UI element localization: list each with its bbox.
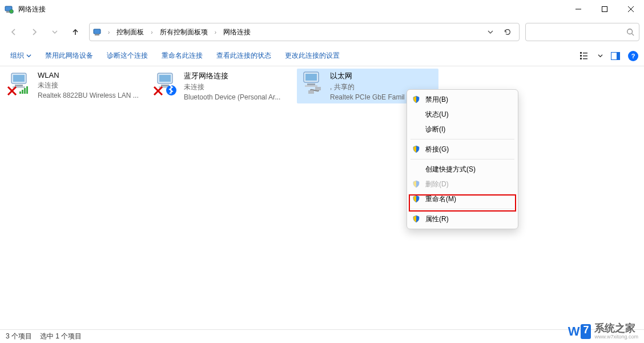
window-title: 网络连接 — [18, 5, 46, 14]
nav-history-dropdown[interactable] — [46, 23, 64, 41]
context-menu: 禁用(B) 状态(U) 诊断(I) 桥接(G) 创建快捷方式(S) 删除(D) … — [406, 89, 518, 229]
svg-rect-41 — [315, 87, 321, 90]
svg-rect-38 — [307, 83, 315, 85]
ctx-label: 创建快捷方式(S) — [425, 165, 476, 174]
nav-back-button[interactable] — [5, 23, 23, 41]
disable-device-button[interactable]: 禁用此网络设备 — [41, 47, 98, 64]
chevron-down-icon — [26, 53, 31, 58]
change-settings-button[interactable]: 更改此连接的设置 — [280, 47, 344, 64]
nav-forward-button[interactable] — [25, 23, 43, 41]
watermark-url: www.w7xitong.com — [594, 334, 638, 340]
chevron-right-icon: › — [212, 29, 219, 35]
ctx-label: 禁用(B) — [425, 95, 448, 105]
svg-rect-12 — [580, 55, 582, 57]
ctx-create-shortcut[interactable]: 创建快捷方式(S) — [407, 162, 518, 177]
ctx-diagnose[interactable]: 诊断(I) — [407, 122, 518, 137]
adapter-status: 未连接 — [38, 81, 139, 90]
watermark-7: 7 — [581, 324, 591, 339]
bluetooth-adapter-icon — [153, 71, 180, 97]
svg-rect-4 — [602, 7, 607, 12]
svg-point-2 — [10, 10, 14, 14]
organize-button[interactable]: 组织 — [6, 47, 36, 64]
svg-rect-14 — [583, 53, 587, 54]
menu-separator — [410, 159, 514, 159]
status-item-count: 3 个项目 — [6, 332, 32, 341]
adapter-bluetooth[interactable]: 蓝牙网络连接 未连接 Bluetooth Device (Personal Ar… — [151, 69, 292, 103]
svg-rect-21 — [15, 85, 23, 86]
ethernet-adapter-icon — [299, 71, 327, 97]
ctx-label: 属性(R) — [425, 214, 449, 224]
shield-icon — [412, 180, 421, 189]
svg-rect-18 — [617, 53, 620, 59]
help-button[interactable]: ? — [628, 51, 638, 61]
preview-pane-button[interactable] — [609, 49, 622, 63]
ctx-label: 重命名(M) — [425, 194, 456, 204]
shield-icon — [412, 145, 421, 154]
ctx-status[interactable]: 状态(U) — [407, 107, 518, 122]
shield-icon — [412, 95, 421, 104]
ctx-disable[interactable]: 禁用(B) — [407, 92, 518, 107]
view-status-button[interactable]: 查看此连接的状态 — [212, 47, 276, 64]
ctx-label: 状态(U) — [425, 110, 449, 119]
breadcrumb-all-items[interactable]: 所有控制面板项 — [159, 25, 209, 39]
close-button[interactable] — [618, 0, 644, 18]
watermark-w: W — [568, 324, 580, 339]
watermark: W 7 系统之家 www.w7xitong.com — [568, 323, 638, 340]
chevron-right-icon: › — [148, 29, 155, 35]
minimize-button[interactable] — [565, 0, 591, 18]
svg-rect-7 — [94, 29, 100, 34]
svg-rect-37 — [305, 74, 317, 81]
menu-separator — [410, 139, 514, 139]
ctx-label: 删除(D) — [425, 180, 449, 189]
rename-connection-button[interactable]: 重命名此连接 — [157, 47, 207, 64]
search-input[interactable] — [525, 23, 639, 41]
svg-rect-23 — [19, 91, 21, 94]
svg-line-10 — [632, 34, 634, 36]
breadcrumb-network-connections[interactable]: 网络连接 — [222, 25, 252, 39]
adapter-device: Bluetooth Device (Personal Ar... — [184, 93, 280, 101]
ctx-label: 诊断(I) — [425, 125, 445, 134]
ctx-properties[interactable]: 属性(R) — [407, 212, 518, 226]
shield-icon — [412, 214, 421, 224]
adapter-status: 未连接 — [184, 82, 280, 92]
address-bar[interactable]: › 控制面板 › 所有控制面板项 › 网络连接 — [89, 23, 520, 41]
svg-rect-20 — [13, 75, 25, 82]
svg-point-9 — [627, 29, 633, 34]
svg-rect-39 — [305, 85, 317, 87]
status-selected-count: 选中 1 个项目 — [40, 332, 82, 341]
svg-rect-25 — [24, 88, 26, 94]
view-options-button[interactable] — [578, 49, 592, 63]
chevron-right-icon: › — [106, 29, 112, 35]
organize-label: 组织 — [10, 51, 24, 61]
svg-rect-26 — [26, 86, 28, 94]
diagnose-connection-button[interactable]: 诊断这个连接 — [102, 47, 152, 64]
shield-icon — [412, 194, 421, 204]
svg-rect-16 — [583, 58, 587, 59]
wlan-adapter-icon — [7, 71, 34, 97]
address-dropdown-button[interactable] — [482, 24, 498, 40]
ctx-bridge[interactable]: 桥接(G) — [407, 142, 518, 157]
control-panel-icon — [93, 27, 102, 37]
svg-rect-30 — [159, 75, 171, 82]
adapter-wlan[interactable]: WLAN 未连接 Realtek 8822BU Wireless LAN ... — [5, 69, 146, 103]
window-app-icon — [5, 5, 14, 14]
nav-up-button[interactable] — [66, 23, 84, 41]
breadcrumb-control-panel[interactable]: 控制面板 — [115, 25, 145, 39]
svg-rect-13 — [580, 58, 582, 59]
svg-rect-24 — [22, 90, 23, 94]
adapter-name: WLAN — [38, 71, 139, 79]
adapter-device: Realtek PCIe GbE Famil — [330, 93, 405, 101]
svg-rect-15 — [583, 55, 587, 57]
watermark-text: 系统之家 — [594, 323, 638, 333]
maximize-button[interactable] — [591, 0, 618, 18]
svg-rect-31 — [161, 85, 169, 86]
adapter-name: 以太网 — [330, 71, 405, 81]
refresh-button[interactable] — [500, 24, 516, 40]
ctx-rename[interactable]: 重命名(M) — [407, 192, 518, 206]
chevron-down-icon[interactable] — [598, 53, 603, 58]
svg-rect-40 — [308, 90, 314, 94]
menu-separator — [410, 209, 514, 209]
adapter-device: Realtek 8822BU Wireless LAN ... — [38, 91, 139, 99]
ctx-delete: 删除(D) — [407, 177, 518, 192]
ctx-label: 桥接(G) — [425, 145, 449, 154]
